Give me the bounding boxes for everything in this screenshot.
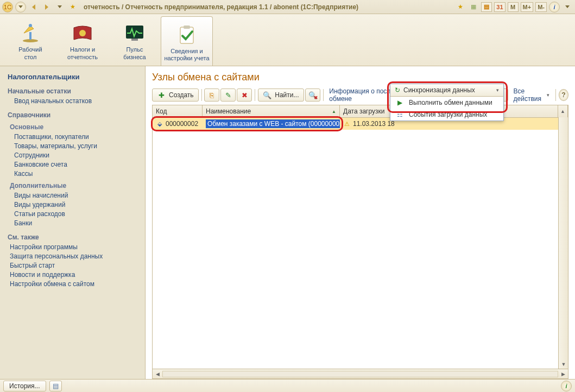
copy-button[interactable]: ⎘	[204, 88, 219, 102]
history-button[interactable]: История...	[3, 381, 46, 391]
sidebar-item-program-settings[interactable]: Настройки программы	[10, 243, 140, 251]
create-button[interactable]: ✚Создать	[152, 88, 199, 102]
data-grid: Код Наименование▲ Дата загрузки ентарий …	[152, 105, 568, 379]
section-label: Рабочий стол	[18, 46, 42, 60]
plus-icon: ✚	[157, 91, 166, 99]
sidebar-item-personal-data[interactable]: Защита персональных данных	[10, 252, 140, 260]
sidebar-group-catalogs: Справочники	[8, 111, 140, 119]
sidebar-item-initial-balances[interactable]: Ввод начальных остатков	[14, 97, 140, 105]
grid-header: Код Наименование▲ Дата загрузки ентарий …	[153, 105, 568, 118]
sync-icon: ↻	[395, 86, 400, 94]
memory-mminus-button[interactable]: M-	[535, 2, 547, 12]
section-pulse[interactable]: Пульс бизнеса	[109, 14, 161, 66]
book-emblem-icon	[71, 22, 94, 44]
sidebar-item-goods[interactable]: Товары, материалы, услуги	[14, 142, 140, 150]
sidebar-item-cash[interactable]: Кассы	[14, 170, 140, 178]
sidebar-item-employees[interactable]: Сотрудники	[14, 151, 140, 159]
clear-find-button[interactable]: 🔍✖	[305, 88, 320, 102]
nav-forward-icon[interactable]	[41, 2, 52, 12]
h-scrollbar[interactable]: ◀ ▶	[153, 369, 568, 378]
sidebar-subgroup-main: Основные	[10, 123, 140, 131]
desk-lamp-icon	[18, 22, 42, 44]
edit-button[interactable]: ✎	[220, 88, 236, 102]
table-row[interactable]: ⬙000000002 Обмен заказами с WEB - сайтом…	[153, 118, 568, 130]
sidebar-item-expense-items[interactable]: Статьи расходов	[14, 210, 140, 218]
scroll-up-icon[interactable]: ▲	[558, 105, 568, 117]
sidebar-group-seealso: См. также	[8, 233, 140, 241]
play-icon: ▶	[395, 99, 405, 106]
dropdown-head[interactable]: ↻Синхронизация данных▾	[390, 84, 503, 97]
svg-rect-5	[131, 39, 138, 41]
nav-dropdown-icon[interactable]	[54, 2, 65, 12]
sidebar-item-quick-start[interactable]: Быстрый старт	[10, 262, 140, 269]
scroll-right-icon[interactable]: ▶	[558, 370, 568, 378]
nav-sidebar: Налогоплательщики Начальные остатки Ввод…	[0, 66, 146, 379]
pencil-icon: ✎	[224, 91, 232, 99]
cell-name: Обмен заказами с WEB - сайтом (000000002…	[203, 118, 340, 130]
all-actions-button[interactable]: Все действия ▾	[510, 88, 553, 102]
toolbar: ✚Создать ⎘ ✎ ✖ 🔍Найти... 🔍✖ Информация о…	[152, 87, 568, 103]
sort-asc-icon: ▲	[332, 109, 336, 114]
dropdown-item-load-events[interactable]: ☷События загрузки данных	[390, 109, 503, 121]
warning-icon: ⚠	[343, 120, 351, 128]
memory-mplus-button[interactable]: M+	[521, 2, 534, 12]
search-clear-icon: 🔍✖	[308, 91, 317, 99]
sync-dropdown-menu: ↻Синхронизация данных▾ ▶Выполнить обмен …	[390, 84, 504, 121]
help-icon[interactable]: ?	[559, 89, 568, 101]
sidebar-item-site-exchange[interactable]: Настройки обмена с сайтом	[10, 280, 140, 288]
panel-icon[interactable]: ▦	[468, 2, 479, 12]
content-area: Узлы обмена с сайтами ✚Создать ⎘ ✎ ✖ 🔍На…	[146, 66, 575, 379]
pulse-monitor-icon	[123, 22, 147, 44]
sidebar-main-link[interactable]: Налогоплательщики	[8, 73, 140, 81]
sidebar-item-bank-accounts[interactable]: Банковские счета	[14, 161, 140, 168]
svg-point-3	[79, 30, 86, 36]
calendar-icon[interactable]: 31	[494, 2, 505, 12]
grid-body[interactable]: ⬙000000002 Обмен заказами с WEB - сайтом…	[153, 118, 568, 369]
favorite-icon[interactable]: ★	[67, 2, 78, 12]
copy-icon: ⎘	[207, 91, 216, 99]
sidebar-item-customers[interactable]: Поставщики, покупатели	[14, 133, 140, 141]
statusbar: История... ▤ i	[0, 379, 575, 392]
clipboard-check-icon	[175, 24, 199, 46]
find-button[interactable]: 🔍Найти...	[258, 88, 304, 102]
dropdown-item-run-exchange[interactable]: ▶Выполнить обмен данными	[390, 97, 503, 109]
section-panel: Рабочий стол Налоги и отчетность Пульс б…	[0, 14, 575, 66]
scroll-left-icon[interactable]: ◀	[153, 370, 162, 378]
sidebar-item-news[interactable]: Новости и поддержка	[10, 271, 140, 279]
section-label: Пульс бизнеса	[123, 46, 146, 60]
svg-rect-4	[126, 26, 143, 39]
sidebar-item-accruals[interactable]: Виды начислений	[14, 192, 140, 199]
col-name[interactable]: Наименование▲	[203, 105, 340, 117]
section-desktop[interactable]: Рабочий стол	[4, 14, 56, 66]
info-icon[interactable]: i	[549, 2, 560, 12]
cell-code: ⬙000000002	[153, 118, 203, 130]
section-taxes[interactable]: Налоги и отчетность	[56, 14, 109, 66]
col-code[interactable]: Код	[153, 105, 203, 117]
log-icon: ☷	[395, 111, 405, 118]
title-dropdown-icon[interactable]	[562, 2, 573, 12]
app-menu-icon[interactable]: 1C	[2, 2, 13, 12]
delete-button[interactable]: ✖	[237, 88, 252, 102]
panel-toggle-button[interactable]: ▤	[49, 381, 62, 391]
sidebar-subgroup-extra: Дополнительные	[10, 182, 140, 189]
titlebar: 1C ★ отчетность / Отчетность предпринима…	[0, 0, 575, 14]
window-title: отчетность / Отчетность предпринимателя,…	[84, 3, 453, 11]
sidebar-group-initial: Начальные остатки	[8, 87, 140, 95]
nav-back-icon[interactable]	[28, 2, 39, 12]
search-icon: 🔍	[263, 91, 271, 99]
sidebar-item-banks[interactable]: Банки	[14, 219, 140, 227]
status-info-icon[interactable]: i	[561, 381, 572, 391]
section-settings[interactable]: Сведения и настройки учета	[161, 16, 213, 66]
svg-point-2	[29, 24, 32, 27]
memory-m-button[interactable]: M	[508, 2, 519, 12]
page-title: Узлы обмена с сайтами	[152, 72, 568, 83]
dropdown-icon[interactable]	[15, 2, 26, 12]
svg-rect-7	[184, 26, 190, 29]
node-icon: ⬙	[156, 120, 163, 128]
delete-icon: ✖	[240, 91, 249, 99]
calc-icon[interactable]: ▤	[481, 2, 492, 12]
fav-add-icon[interactable]: ★	[455, 2, 466, 12]
section-label: Сведения и настройки учета	[164, 48, 209, 62]
scroll-down-icon[interactable]: ▼	[559, 360, 568, 369]
sidebar-item-deductions[interactable]: Виды удержаний	[14, 201, 140, 208]
